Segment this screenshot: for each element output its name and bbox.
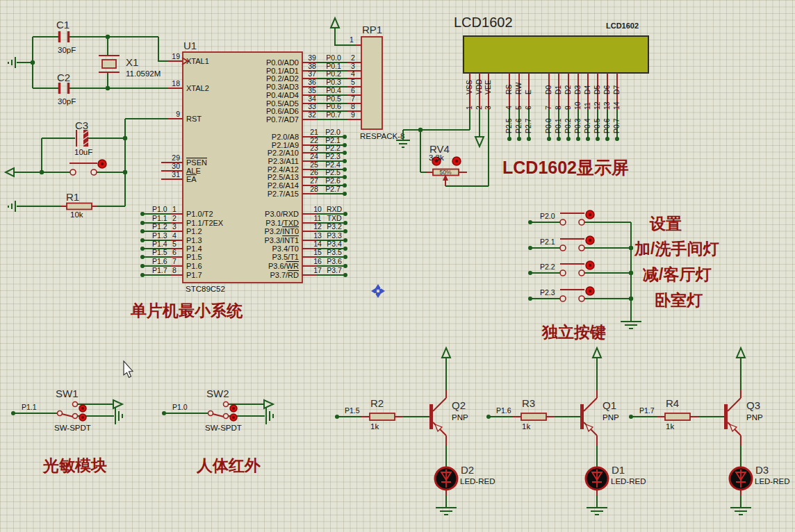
- oscillator-section[interactable]: C1 30pF C2 30pF X1 11.0592M: [8, 19, 183, 106]
- switch-lever[interactable]: [62, 414, 73, 417]
- resistor-body[interactable]: [370, 413, 395, 420]
- pin-label: EA: [186, 175, 197, 183]
- terminal-dot: [343, 229, 347, 233]
- key-terminal[interactable]: [579, 245, 584, 251]
- key-terminal[interactable]: [560, 270, 566, 276]
- power-terminal-down-icon[interactable]: [475, 137, 484, 147]
- crystal-body[interactable]: [102, 60, 116, 68]
- sw2-switch[interactable]: P1.0 SW2 SW-SPDT: [162, 388, 273, 432]
- component-value: 1k: [666, 422, 674, 431]
- switch-contact[interactable]: [73, 402, 78, 407]
- resistor-body[interactable]: [521, 413, 546, 420]
- terminal-dot: [343, 255, 347, 259]
- lcd-pin-name: D4: [583, 85, 591, 94]
- ground-icon[interactable]: [8, 201, 15, 212]
- button-actuator-dot: [101, 163, 104, 165]
- lcd-pin-number: 14: [612, 101, 621, 110]
- led-driver-q3[interactable]: P1.7 R4 1k Q3 PNP D3 LED-RED: [629, 348, 789, 515]
- power-terminal-icon[interactable]: [331, 18, 339, 28]
- power-terminal-icon[interactable]: [442, 348, 450, 358]
- terminal-dot: [343, 238, 347, 242]
- led-driver-q1[interactable]: P1.6 R3 1k Q1 PNP D1 LED-RED: [486, 348, 646, 515]
- net-label: P1.6: [152, 257, 167, 265]
- ground-icon[interactable]: [115, 408, 122, 424]
- ground-icon[interactable]: [730, 508, 751, 515]
- pin-label: P1.3: [186, 236, 202, 244]
- key-terminal[interactable]: [560, 245, 566, 251]
- respack-body[interactable]: [361, 37, 382, 129]
- terminal-dot: [140, 238, 145, 242]
- rp1-respack[interactable]: RP1 RESPACK-8 1: [331, 18, 410, 147]
- wire[interactable]: [337, 358, 446, 508]
- sw1-switch[interactable]: P1.1 SW1 SW-SPDT: [11, 388, 122, 432]
- net-label: P2.3: [325, 152, 341, 160]
- button-terminal[interactable]: [70, 169, 76, 175]
- terminal-dot: [507, 137, 511, 141]
- switch-contact[interactable]: [73, 414, 78, 419]
- switch-common[interactable]: [58, 411, 63, 416]
- ground-icon[interactable]: [436, 508, 457, 515]
- switch-contact[interactable]: [224, 414, 229, 419]
- component-value: PNP: [603, 413, 619, 422]
- mcu-u1[interactable]: U1 STC89C52 19 XTAL1 18 XTAL2 9 RST 29 P…: [140, 40, 361, 293]
- capacitor-plates[interactable]: [60, 31, 69, 42]
- terminal-dot: [343, 143, 347, 147]
- pin-number: 14: [313, 240, 322, 248]
- led-driver-q2[interactable]: P1.5 R2 1k Q2 PNP D2 LED-RED: [335, 348, 495, 515]
- ground-icon[interactable]: [266, 408, 273, 424]
- terminal-dot: [528, 271, 532, 275]
- keys-section[interactable]: P2.0 设置 P2.1 加/洗手间灯 P2.2 减/客厅灯: [528, 210, 719, 329]
- net-label: P1.5: [345, 406, 360, 415]
- switch-contact[interactable]: [224, 402, 229, 407]
- switch-lever[interactable]: [213, 414, 224, 417]
- input-terminal-icon[interactable]: [6, 168, 14, 176]
- key-terminal[interactable]: [579, 296, 584, 301]
- transistor-base-bar[interactable]: [724, 404, 728, 429]
- terminal-dot: [596, 137, 600, 141]
- ground-icon[interactable]: [621, 322, 641, 329]
- transistor-base-bar[interactable]: [429, 404, 433, 429]
- capacitor-plates[interactable]: [60, 83, 69, 94]
- terminal-dot: [140, 247, 145, 251]
- pin-label: P2.7/A15: [268, 190, 299, 198]
- terminal-dot: [343, 183, 347, 188]
- lcd-pin-name: VSS: [465, 80, 473, 94]
- wire[interactable]: [489, 358, 597, 508]
- wire[interactable]: [420, 130, 427, 172]
- resistor-body[interactable]: [67, 203, 92, 210]
- power-terminal-icon[interactable]: [737, 348, 745, 358]
- resistor-r1[interactable]: R1 10k: [66, 191, 92, 219]
- resistor-body[interactable]: [665, 413, 690, 420]
- key-function-label: 加/洗手间灯: [634, 240, 719, 258]
- pin-label: P2.2/A10: [268, 149, 299, 157]
- rp-pin-number: 6: [351, 86, 355, 94]
- transistor-base-bar[interactable]: [580, 404, 584, 429]
- ground-icon[interactable]: [587, 508, 607, 515]
- button-terminal[interactable]: [91, 169, 97, 175]
- reset-section[interactable]: C3 10uF R1 10k: [6, 119, 183, 219]
- ground-icon[interactable]: [8, 57, 15, 68]
- pin-number: 33: [308, 102, 316, 110]
- key-terminal[interactable]: [560, 219, 566, 225]
- rv4-pot[interactable]: 50% RV4 3.3k: [420, 130, 467, 186]
- terminal-dot: [528, 297, 532, 301]
- component-ref: D2: [461, 464, 474, 476]
- wire[interactable]: [17, 37, 167, 88]
- net-label: P0.2: [564, 118, 572, 133]
- wire[interactable]: [631, 358, 741, 508]
- net-label: P2.7: [524, 118, 532, 133]
- key-terminal[interactable]: [579, 219, 584, 225]
- power-terminal-icon[interactable]: [593, 348, 601, 358]
- net-label: P2.2: [540, 263, 555, 271]
- power-terminal-right-icon[interactable]: [113, 400, 122, 408]
- terminal-dot: [343, 175, 347, 179]
- switch-common[interactable]: [208, 411, 213, 416]
- net-label: P0.4: [583, 118, 591, 133]
- key-terminal[interactable]: [579, 270, 584, 276]
- lcd-pin-number: 5: [514, 106, 523, 110]
- power-terminal-right-icon[interactable]: [264, 400, 273, 408]
- junction-dot: [31, 60, 35, 65]
- key-terminal[interactable]: [560, 296, 566, 301]
- key-plus-bathroom[interactable]: P2.1 加/洗手间灯: [528, 236, 719, 258]
- lcd-screen[interactable]: [464, 36, 648, 73]
